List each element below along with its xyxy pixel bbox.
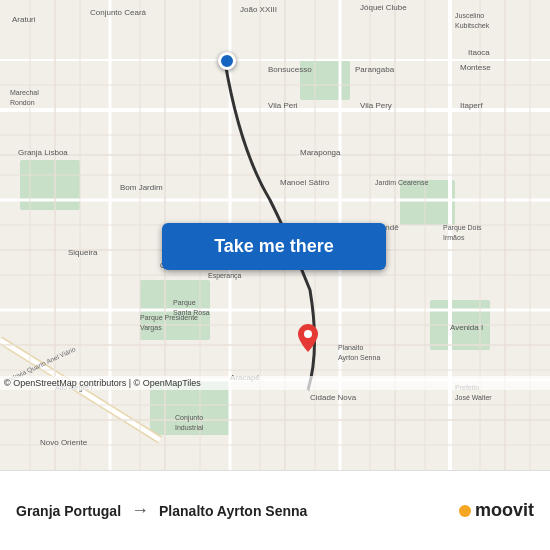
svg-text:Parque Presidente: Parque Presidente — [140, 314, 198, 322]
svg-text:Ayrton Senna: Ayrton Senna — [338, 354, 380, 362]
svg-text:Maraponga: Maraponga — [300, 148, 341, 157]
footer: Granja Portugal → Planalto Ayrton Senna … — [0, 470, 550, 550]
button-label: Take me there — [214, 236, 334, 257]
origin-label: Granja Portugal — [16, 503, 121, 519]
svg-text:Planalto: Planalto — [338, 344, 363, 351]
svg-rect-1 — [20, 160, 80, 210]
svg-text:Bonsucesso: Bonsucesso — [268, 65, 312, 74]
map-attribution: © OpenStreetMap contributors | © OpenMap… — [0, 376, 550, 390]
svg-text:Vila Pery: Vila Pery — [360, 101, 392, 110]
svg-text:Kubitschek: Kubitschek — [455, 22, 490, 29]
svg-text:Vargas: Vargas — [140, 324, 162, 332]
svg-text:Novo Oriente: Novo Oriente — [40, 438, 88, 447]
svg-text:Avenida I: Avenida I — [450, 323, 483, 332]
svg-text:Jóquei Clube: Jóquei Clube — [360, 3, 407, 12]
svg-text:Itaperf: Itaperf — [460, 101, 483, 110]
svg-rect-4 — [400, 180, 455, 225]
take-me-there-button[interactable]: Take me there — [162, 223, 386, 270]
svg-text:Manoel Sátiro: Manoel Sátiro — [280, 178, 330, 187]
end-marker — [298, 324, 318, 352]
svg-text:Cidade Nova: Cidade Nova — [310, 393, 357, 402]
svg-text:Bom Jardim: Bom Jardim — [120, 183, 163, 192]
moovit-dot-icon — [459, 505, 471, 517]
svg-text:Juscelino: Juscelino — [455, 12, 484, 19]
svg-text:Granja Lisboa: Granja Lisboa — [18, 148, 68, 157]
svg-text:Industrial: Industrial — [175, 424, 204, 431]
svg-text:Araturi: Araturi — [12, 15, 36, 24]
svg-text:Conjunto Ceará: Conjunto Ceará — [90, 8, 147, 17]
svg-text:Marechal: Marechal — [10, 89, 39, 96]
svg-text:Jardim Cearense: Jardim Cearense — [375, 179, 428, 186]
svg-text:Parque Dois: Parque Dois — [443, 224, 482, 232]
svg-text:Parangaba: Parangaba — [355, 65, 395, 74]
svg-text:João XXIII: João XXIII — [240, 5, 277, 14]
svg-text:Montese: Montese — [460, 63, 491, 72]
svg-text:Parque: Parque — [173, 299, 196, 307]
svg-text:Rondon: Rondon — [10, 99, 35, 106]
moovit-logo: moovit — [459, 500, 534, 521]
svg-text:Irmãos: Irmãos — [443, 234, 465, 241]
svg-point-90 — [304, 330, 312, 338]
start-marker — [218, 52, 236, 70]
svg-text:Siqueira: Siqueira — [68, 248, 98, 257]
svg-text:Conjunto: Conjunto — [175, 414, 203, 422]
moovit-brand: moovit — [475, 500, 534, 521]
svg-text:José Walter: José Walter — [455, 394, 492, 401]
attribution-text: © OpenStreetMap contributors | © OpenMap… — [4, 378, 201, 388]
svg-text:Vila Peri: Vila Peri — [268, 101, 298, 110]
route-info: Granja Portugal → Planalto Ayrton Senna — [16, 500, 459, 521]
destination-label: Planalto Ayrton Senna — [159, 503, 307, 519]
svg-text:Itaoca: Itaoca — [468, 48, 490, 57]
map-container: Araturi Conjunto Ceará João XXIII Jóquei… — [0, 0, 550, 470]
route-arrow: → — [131, 500, 149, 521]
svg-text:Esperança: Esperança — [208, 272, 242, 280]
